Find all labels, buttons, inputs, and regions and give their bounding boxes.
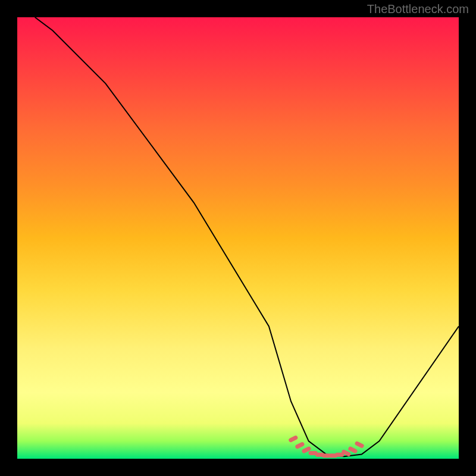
- marker-dash: [344, 452, 349, 454]
- marker-dash: [357, 443, 362, 446]
- chart-svg: [17, 17, 459, 459]
- watermark-text: TheBottleneck.com: [367, 2, 469, 16]
- plot-area: [17, 17, 459, 459]
- marker-dash: [304, 449, 309, 451]
- marker-group: [291, 438, 362, 456]
- marker-dash: [350, 449, 355, 451]
- marker-dash: [291, 438, 296, 440]
- curve-path: [35, 17, 459, 456]
- marker-dash: [298, 444, 302, 447]
